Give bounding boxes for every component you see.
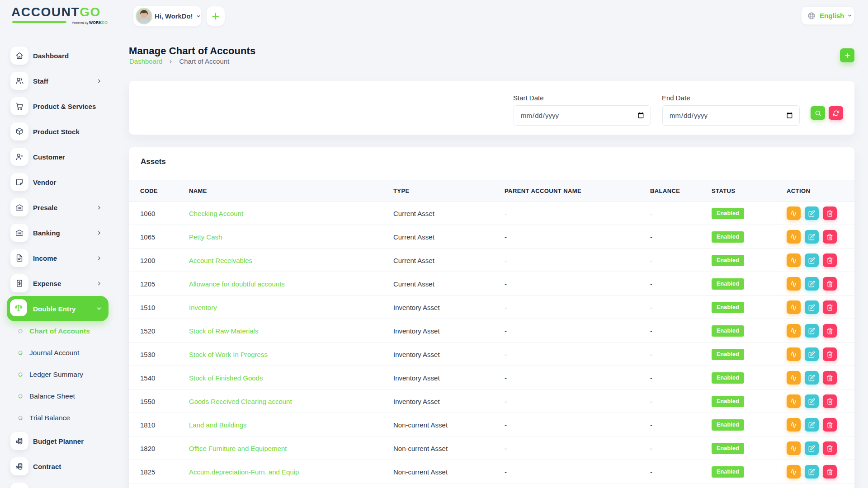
account-name-link[interactable]: Office Furniture and Equipement [189,445,287,452]
status-badge: Enabled [712,208,744,219]
edit-button[interactable] [805,230,819,244]
sidebar-item-customer[interactable]: Customer [7,144,108,169]
sidebar-subitem-balance-sheet[interactable]: Balance Sheet [7,385,108,407]
move-transfer-button[interactable] [787,394,801,408]
cell-status: Enabled [712,343,744,366]
sidebar-subitem-journal-account[interactable]: Journal Account [7,342,108,364]
delete-button[interactable] [823,253,837,267]
edit-button[interactable] [805,347,819,361]
sidebar-item-presale[interactable]: Presale [7,195,108,220]
edit-button[interactable] [805,465,819,479]
delete-button[interactable] [823,347,837,361]
edit-button[interactable] [805,253,819,267]
sidebar-item-budget-planner[interactable]: Budget Planner [7,428,108,454]
sidebar-item-product-stock[interactable]: Product Stock [7,119,108,144]
delete-button[interactable] [823,300,837,314]
search-button[interactable] [811,106,825,120]
powered-by-label: Powered By WORKDO [72,20,108,25]
sidebar-item-contract[interactable]: Contract [7,454,108,479]
edit-button[interactable] [805,277,819,291]
sidebar-subitem-trial-balance[interactable]: Trial Balance [7,407,108,429]
move-transfer-button[interactable] [787,277,801,291]
move-transfer-button[interactable] [787,371,801,385]
delete-button[interactable] [823,371,837,385]
delete-button[interactable] [823,324,837,338]
cell-balance: - [650,389,652,413]
section-title: Assets [141,157,166,166]
delete-button[interactable] [823,418,837,432]
delete-button[interactable] [823,230,837,244]
end-date-input[interactable] [662,105,800,126]
account-name-link[interactable]: Accum.depreciation-Furn. and Equip [189,468,299,476]
move-transfer-button[interactable] [787,206,801,220]
column-header-status: STATUS [712,180,735,202]
account-name-link[interactable]: Allowance for doubtful accounts [189,280,285,288]
delete-button[interactable] [823,394,837,408]
cell-name: Stock of Raw Materials [189,319,258,343]
edit-button[interactable] [805,441,819,455]
user-menu[interactable]: Hi, WorkDo! [133,5,202,27]
account-name-link[interactable]: Goods Received Clearing account [189,398,292,405]
sidebar-item-expense[interactable]: Expense [7,271,108,296]
account-name-link[interactable]: Stock of Finished Goods [189,374,263,382]
cell-code: 1520 [140,319,155,343]
delete-button[interactable] [823,277,837,291]
sidebar-subitem-chart-of-accounts[interactable]: Chart of Accounts [7,320,108,342]
bullet-icon [18,329,23,333]
breadcrumb-dashboard-link[interactable]: Dashboard [129,57,162,65]
sidebar-item-vendor[interactable]: Vendor [7,169,108,195]
sidebar-item-banking[interactable]: Banking [7,220,108,245]
edit-button[interactable] [805,371,819,385]
create-account-button[interactable] [840,48,854,62]
account-name-link[interactable]: Account Receivables [189,257,252,264]
avatar [136,8,152,24]
cell-parent-account: - [505,202,507,225]
status-badge: Enabled [712,466,744,478]
delete-button[interactable] [823,206,837,220]
cell-type: Current Asset [393,249,434,272]
edit-button[interactable] [805,324,819,338]
quick-add-button[interactable] [206,6,225,26]
edit-button[interactable] [805,300,819,314]
account-name-link[interactable]: Stock of Raw Materials [189,327,258,335]
status-badge: Enabled [712,278,744,290]
move-transfer-button[interactable] [787,465,801,479]
sidebar-item-product-services[interactable]: Product & Services [7,94,108,119]
brand-logo[interactable]: ACCOUNTGO Powered By WORKDO [11,6,106,24]
edit-button[interactable] [805,206,819,220]
start-date-input[interactable] [514,105,651,126]
account-name-link[interactable]: Checking Account [189,210,243,217]
move-transfer-button[interactable] [787,253,801,267]
language-selector[interactable]: English [801,6,854,25]
cell-action [787,296,837,319]
sidebar-subitem-ledger-summary[interactable]: Ledger Summary [7,364,108,385]
account-name-link[interactable]: Petty Cash [189,233,222,241]
edit-button[interactable] [805,394,819,408]
edit-button[interactable] [805,418,819,432]
sidebar-item-staff[interactable]: Staff [7,68,108,94]
cell-parent-account: - [505,249,507,272]
globe-icon [807,12,816,20]
move-transfer-button[interactable] [787,230,801,244]
sidebar-item-item[interactable] [7,479,108,488]
account-name-link[interactable]: Land and Buildings [189,421,247,429]
move-transfer-button[interactable] [787,300,801,314]
move-transfer-button[interactable] [787,441,801,455]
move-transfer-button[interactable] [787,418,801,432]
sidebar-item-double-entry[interactable]: Double Entry [7,296,108,321]
cell-name: Goods Received Clearing account [189,389,292,413]
delete-button[interactable] [823,465,837,479]
sidebar-item-dashboard[interactable]: Dashboard [7,43,108,68]
account-name-link[interactable]: Stock of Work In Progress [189,351,268,358]
cell-status: Enabled [712,413,744,436]
table-row: 1810 Land and Buildings Non-current Asse… [129,413,854,436]
column-header-code: CODE [140,180,158,202]
account-name-link[interactable]: Inventory [189,304,217,311]
move-transfer-button[interactable] [787,324,801,338]
sidebar-subitem-label: Ledger Summary [29,364,83,385]
delete-button[interactable] [823,441,837,455]
cell-action [787,389,837,413]
sidebar-item-income[interactable]: Income [7,245,108,271]
move-transfer-button[interactable] [787,347,801,361]
reset-button[interactable] [829,106,843,120]
